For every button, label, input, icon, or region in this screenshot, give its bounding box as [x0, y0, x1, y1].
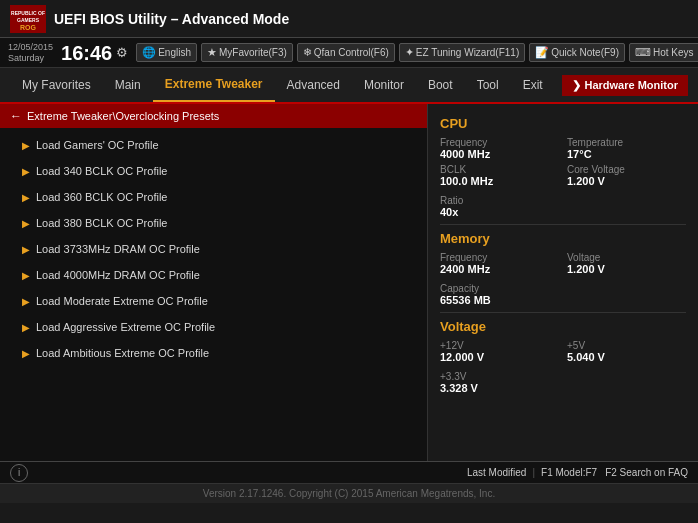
svg-text:GAMERS: GAMERS: [17, 17, 40, 23]
v12-col: +12V 12.000 V: [440, 340, 559, 363]
menu-arrow-icon: ▶: [22, 244, 30, 255]
main-content: ← Extreme Tweaker\Overclocking Presets ▶…: [0, 104, 698, 461]
cpu-freq-col: Frequency 4000 MHz: [440, 137, 559, 160]
menu-arrow-icon: ▶: [22, 322, 30, 333]
list-item[interactable]: ▶ Load 380 BCLK OC Profile: [0, 210, 427, 236]
menu-list: ▶ Load Gamers' OC Profile ▶ Load 340 BCL…: [0, 128, 427, 370]
list-item[interactable]: ▶ Load 340 BCLK OC Profile: [0, 158, 427, 184]
mem-freq-value: 2400 MHz: [440, 263, 559, 275]
nav-item-main[interactable]: Main: [103, 68, 153, 102]
footer-f1-key[interactable]: F1 Model:F7: [541, 467, 597, 478]
cpu-ratio-label: Ratio: [440, 195, 686, 206]
mem-cap-label: Capacity: [440, 283, 686, 294]
v33-label: +3.3V: [440, 371, 686, 382]
list-item[interactable]: ▶ Load 3733MHz DRAM OC Profile: [0, 236, 427, 262]
menu-item-label: Load 3733MHz DRAM OC Profile: [36, 243, 200, 255]
list-item[interactable]: ▶ Load Ambitious Extreme OC Profile: [0, 340, 427, 366]
nav-item-boot[interactable]: Boot: [416, 68, 465, 102]
cpu-freq-value: 4000 MHz: [440, 148, 559, 160]
divider-2: [440, 312, 686, 313]
globe-icon: 🌐: [142, 46, 156, 59]
cpu-corevolt-col: Core Voltage 1.200 V: [567, 164, 686, 187]
mem-cap-value: 65536 MB: [440, 294, 686, 306]
toolbar-language[interactable]: 🌐 English: [136, 43, 197, 62]
toolbar-gear-icon[interactable]: ⚙: [116, 45, 128, 60]
left-panel: ← Extreme Tweaker\Overclocking Presets ▶…: [0, 104, 428, 461]
nav-item-myfavorites[interactable]: My Favorites: [10, 68, 103, 102]
toolbar-quicknote[interactable]: 📝 Quick Note(F9): [529, 43, 625, 62]
menu-arrow-icon: ▶: [22, 166, 30, 177]
toolbar-qfan[interactable]: ❄ Qfan Control(F6): [297, 43, 395, 62]
nav-item-tool[interactable]: Tool: [465, 68, 511, 102]
mem-volt-label: Voltage: [567, 252, 686, 263]
nav-right: ❯ Hardware Monitor: [562, 75, 688, 96]
v12-value: 12.000 V: [440, 351, 559, 363]
v33-single: +3.3V 3.328 V: [440, 371, 686, 394]
memory-grid: Frequency 2400 MHz Voltage 1.200 V: [440, 252, 686, 275]
nav-item-exit[interactable]: Exit: [511, 68, 555, 102]
memory-section-title: Memory: [440, 231, 686, 246]
footer-last-modified: Last Modified: [467, 467, 526, 478]
mem-volt-value: 1.200 V: [567, 263, 686, 275]
svg-text:ROG: ROG: [20, 24, 37, 31]
cpu-temp-value: 17°C: [567, 148, 686, 160]
voltage-section: Voltage +12V 12.000 V +5V 5.040 V +3.3V …: [440, 319, 686, 394]
mem-freq-col: Frequency 2400 MHz: [440, 252, 559, 275]
toolbar-eztuning[interactable]: ✦ EZ Tuning Wizard(F11): [399, 43, 525, 62]
v5-col: +5V 5.040 V: [567, 340, 686, 363]
nav-item-advanced[interactable]: Advanced: [275, 68, 352, 102]
cpu-section: CPU Frequency 4000 MHz Temperature 17°C …: [440, 116, 686, 218]
menu-arrow-icon: ▶: [22, 296, 30, 307]
info-icon[interactable]: i: [10, 464, 28, 482]
voltage-grid: +12V 12.000 V +5V 5.040 V: [440, 340, 686, 363]
menu-arrow-icon: ▶: [22, 192, 30, 203]
footer: i Last Modified | F1 Model:F7 F2 Search …: [0, 461, 698, 483]
cpu-grid: Frequency 4000 MHz Temperature 17°C BCLK…: [440, 137, 686, 187]
cpu-corevolt-value: 1.200 V: [567, 175, 686, 187]
menu-arrow-icon: ▶: [22, 140, 30, 151]
v5-label: +5V: [567, 340, 686, 351]
mem-capacity-single: Capacity 65536 MB: [440, 283, 686, 306]
voltage-section-title: Voltage: [440, 319, 686, 334]
toolbar-myfavorite[interactable]: ★ MyFavorite(F3): [201, 43, 293, 62]
cpu-freq-label: Frequency: [440, 137, 559, 148]
header-title: UEFI BIOS Utility – Advanced Mode: [54, 11, 289, 27]
menu-item-label: Load 360 BCLK OC Profile: [36, 191, 167, 203]
cpu-temp-col: Temperature 17°C: [567, 137, 686, 160]
cpu-bclk-col: BCLK 100.0 MHz: [440, 164, 559, 187]
menu-item-label: Load 380 BCLK OC Profile: [36, 217, 167, 229]
mem-volt-col: Voltage 1.200 V: [567, 252, 686, 275]
right-panel: CPU Frequency 4000 MHz Temperature 17°C …: [428, 104, 698, 461]
menu-item-label: Load 340 BCLK OC Profile: [36, 165, 167, 177]
footer-f2-key[interactable]: F2 Search on FAQ: [605, 467, 688, 478]
list-item[interactable]: ▶ Load 4000MHz DRAM OC Profile: [0, 262, 427, 288]
cpu-corevolt-label: Core Voltage: [567, 164, 686, 175]
toolbar: 12/05/2015Saturday 16:46 ⚙ 🌐 English ★ M…: [0, 38, 698, 68]
note-icon: 📝: [535, 46, 549, 59]
menu-item-label: Load Ambitious Extreme OC Profile: [36, 347, 209, 359]
nav-item-monitor[interactable]: Monitor: [352, 68, 416, 102]
logo: REPUBLIC OF GAMERS ROG: [10, 5, 46, 33]
version-text: Version 2.17.1246. Copyright (C) 2015 Am…: [203, 488, 495, 499]
nav-item-extreme-tweaker[interactable]: Extreme Tweaker: [153, 68, 275, 102]
list-item[interactable]: ▶ Load Aggressive Extreme OC Profile: [0, 314, 427, 340]
cpu-section-title: CPU: [440, 116, 686, 131]
list-item[interactable]: ▶ Load Moderate Extreme OC Profile: [0, 288, 427, 314]
memory-section: Memory Frequency 2400 MHz Voltage 1.200 …: [440, 231, 686, 306]
menu-item-label: Load Gamers' OC Profile: [36, 139, 159, 151]
cpu-bclk-label: BCLK: [440, 164, 559, 175]
list-item[interactable]: ▶ Load Gamers' OC Profile: [0, 132, 427, 158]
cpu-ratio-single: Ratio 40x: [440, 195, 686, 218]
wand-icon: ✦: [405, 46, 414, 59]
hw-monitor-button[interactable]: ❯ Hardware Monitor: [562, 75, 688, 96]
toolbar-hotkeys[interactable]: ⌨ Hot Keys: [629, 43, 698, 62]
list-item[interactable]: ▶ Load 360 BCLK OC Profile: [0, 184, 427, 210]
nav: My Favorites Main Extreme Tweaker Advanc…: [0, 68, 698, 104]
toolbar-date: 12/05/2015Saturday: [8, 42, 53, 64]
bottom-bar: Version 2.17.1246. Copyright (C) 2015 Am…: [0, 483, 698, 503]
menu-item-label: Load 4000MHz DRAM OC Profile: [36, 269, 200, 281]
v12-label: +12V: [440, 340, 559, 351]
toolbar-datetime: 12/05/2015Saturday: [8, 42, 53, 64]
menu-arrow-icon: ▶: [22, 218, 30, 229]
cpu-ratio-value: 40x: [440, 206, 686, 218]
